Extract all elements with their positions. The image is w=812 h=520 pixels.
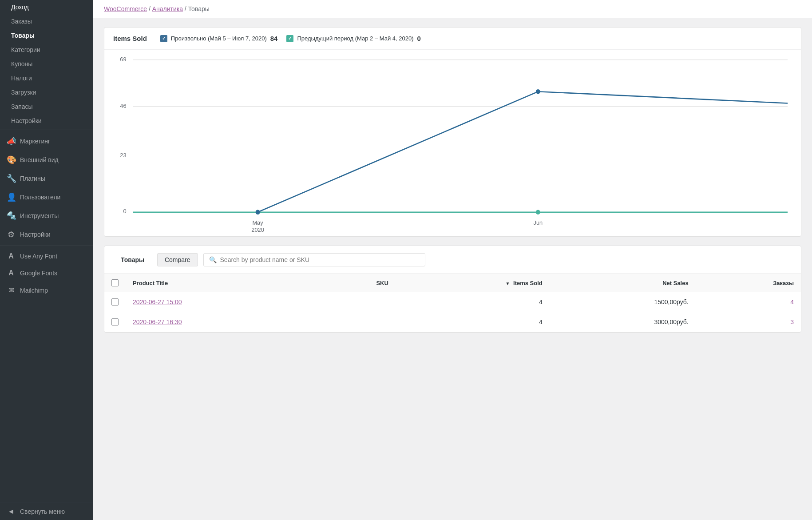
sidebar-item-plugins-label: Плагины [20, 175, 45, 182]
main-content: WooCommerce / Аналитика / Товары Items S… [93, 0, 812, 520]
sidebar-item-mailchimp[interactable]: ✉ Mailchimp [0, 282, 93, 299]
search-box[interactable]: 🔍 [203, 253, 425, 266]
svg-point-10 [536, 210, 540, 215]
svg-text:2020: 2020 [251, 226, 264, 232]
legend-item-previous[interactable]: ✓ Предыдущий период (Мар 2 – Май 4, 2020… [286, 35, 420, 42]
th-sku[interactable]: SKU [316, 274, 396, 292]
legend-count-current: 84 [270, 35, 278, 42]
sidebar-item-marketing[interactable]: 📣 Маркетинг [0, 132, 93, 151]
product-link-1[interactable]: 2020-06-27 15:00 [133, 298, 182, 306]
svg-point-11 [256, 210, 260, 215]
svg-text:May: May [252, 219, 263, 226]
search-input[interactable] [220, 256, 420, 263]
plugins-icon: 🔧 [7, 174, 16, 183]
sidebar-item-use-any-font[interactable]: A Use Any Font [0, 248, 93, 265]
th-net-sales[interactable]: Net Sales [550, 274, 696, 292]
appearance-icon: 🎨 [7, 155, 16, 165]
chart-section: Items Sold ✓ Произвольно (Май 5 – Июл 7,… [104, 27, 801, 237]
breadcrumb-current: Товары [188, 5, 210, 12]
settings-icon: ⚙ [7, 230, 16, 239]
orders-link-1[interactable]: 4 [790, 298, 794, 306]
sidebar-item-plugins[interactable]: 🔧 Плагины [0, 169, 93, 188]
td-orders-1: 4 [696, 292, 801, 312]
content-area: Items Sold ✓ Произвольно (Май 5 – Июл 7,… [93, 18, 812, 520]
legend-item-current[interactable]: ✓ Произвольно (Май 5 – Июл 7, 2020) 84 [160, 35, 278, 42]
legend-label-current: Произвольно (Май 5 – Июл 7, 2020) [171, 35, 267, 42]
sidebar-item-income[interactable]: Доход [0, 0, 93, 14]
legend-check-previous: ✓ [286, 35, 293, 42]
th-items-sold[interactable]: ▼ Items Sold [396, 274, 550, 292]
sidebar-item-google-fonts[interactable]: A Google Fonts [0, 265, 93, 282]
breadcrumb-sep2: / [185, 5, 188, 12]
users-icon: 👤 [7, 192, 16, 202]
td-net-sales-2: 3000,00руб. [550, 312, 696, 332]
sidebar-item-orders[interactable]: Заказы [0, 14, 93, 28]
td-sku-1 [316, 292, 396, 312]
chart-title: Items Sold [113, 35, 147, 42]
orders-link-2[interactable]: 3 [790, 318, 794, 325]
marketing-icon: 📣 [7, 136, 16, 146]
chart-svg: 69 46 23 0 [113, 54, 792, 232]
tab-products[interactable]: Товары [113, 253, 152, 266]
google-fonts-icon: A [7, 269, 16, 277]
mailchimp-icon: ✉ [7, 286, 16, 294]
breadcrumb-woocommerce[interactable]: WooCommerce [104, 5, 147, 12]
td-product-2: 2020-06-27 16:30 [126, 312, 316, 332]
svg-text:46: 46 [120, 103, 126, 109]
sidebar-item-settings[interactable]: ⚙ Настройки [0, 225, 93, 244]
sidebar-item-appearance-label: Внешний вид [20, 156, 59, 163]
sidebar-item-marketing-label: Маркетинг [20, 138, 50, 145]
sidebar-item-settings-wc[interactable]: Настройки [0, 114, 93, 128]
sidebar-item-coupons[interactable]: Купоны [0, 57, 93, 71]
collapse-icon: ◄ [7, 508, 16, 516]
chart-header: Items Sold ✓ Произвольно (Май 5 – Июл 7,… [104, 28, 801, 50]
table-row: 2020-06-27 16:30 4 3000,00руб. 3 [104, 312, 801, 332]
sidebar-item-use-any-font-label: Use Any Font [20, 253, 57, 260]
sidebar: Доход Заказы Товары Категории Купоны Нал… [0, 0, 93, 520]
svg-text:0: 0 [123, 208, 126, 214]
sidebar-item-tools[interactable]: 🔩 Инструменты [0, 206, 93, 225]
breadcrumb: WooCommerce / Аналитика / Товары [93, 0, 812, 18]
td-checkbox-2[interactable] [104, 312, 126, 332]
row-checkbox-2[interactable] [111, 318, 119, 325]
product-link-2[interactable]: 2020-06-27 16:30 [133, 318, 182, 325]
breadcrumb-analytics[interactable]: Аналитика [152, 5, 183, 12]
td-orders-2: 3 [696, 312, 801, 332]
sidebar-item-taxes[interactable]: Налоги [0, 71, 93, 85]
use-any-font-icon: A [7, 252, 16, 260]
breadcrumb-sep1: / [149, 5, 152, 12]
legend-label-previous: Предыдущий период (Мар 2 – Май 4, 2020) [297, 35, 413, 42]
legend-check-current: ✓ [160, 35, 167, 42]
svg-text:69: 69 [120, 56, 126, 62]
sidebar-item-users[interactable]: 👤 Пользователи [0, 188, 93, 206]
svg-text:23: 23 [120, 151, 126, 158]
table-section: Товары Compare 🔍 Product Title SKU [104, 246, 801, 333]
sidebar-item-stock[interactable]: Запасы [0, 99, 93, 114]
sidebar-item-settings-label: Настройки [20, 231, 51, 238]
sidebar-item-categories[interactable]: Категории [0, 43, 93, 57]
tab-compare[interactable]: Compare [157, 253, 198, 266]
td-checkbox-1[interactable] [104, 292, 126, 312]
svg-text:Jun: Jun [534, 219, 543, 226]
select-all-checkbox[interactable] [111, 279, 119, 286]
sidebar-item-appearance[interactable]: 🎨 Внешний вид [0, 151, 93, 169]
sidebar-item-mailchimp-label: Mailchimp [20, 287, 48, 294]
svg-point-12 [536, 89, 540, 94]
th-product-title[interactable]: Product Title [126, 274, 316, 292]
table-row: 2020-06-27 15:00 4 1500,00руб. 4 [104, 292, 801, 312]
td-net-sales-1: 1500,00руб. [550, 292, 696, 312]
td-items-2: 4 [396, 312, 550, 332]
chart-area: 69 46 23 0 [104, 50, 801, 236]
sidebar-collapse-button[interactable]: ◄ Свернуть меню [0, 503, 93, 520]
table-toolbar: Товары Compare 🔍 [104, 246, 801, 274]
tools-icon: 🔩 [7, 211, 16, 221]
row-checkbox-1[interactable] [111, 298, 119, 306]
sidebar-item-downloads[interactable]: Загрузки [0, 85, 93, 99]
th-select-all[interactable] [104, 274, 126, 292]
th-orders[interactable]: Заказы [696, 274, 801, 292]
legend-count-previous: 0 [417, 35, 421, 42]
sidebar-item-google-fonts-label: Google Fonts [20, 270, 57, 277]
sort-arrow-icon: ▼ [505, 281, 510, 286]
sidebar-item-products[interactable]: Товары [0, 28, 93, 43]
sidebar-collapse-label: Свернуть меню [20, 508, 65, 515]
